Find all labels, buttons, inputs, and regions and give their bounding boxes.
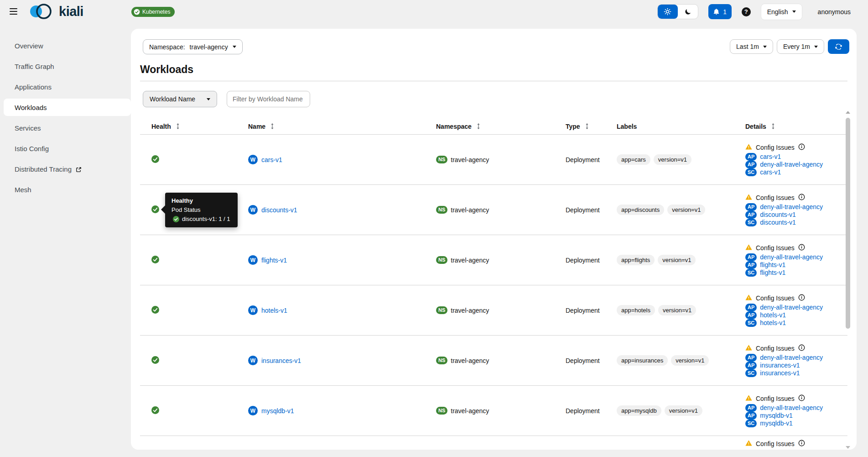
istio-object-badge: SC	[745, 369, 757, 377]
filter-input[interactable]	[227, 91, 310, 107]
workload-link[interactable]: flights-v1	[261, 257, 287, 264]
namespace-badge: NS	[436, 306, 447, 314]
istio-object-link[interactable]: deny-all-travel-agency	[760, 253, 823, 261]
warning-icon	[745, 244, 752, 252]
healthy-icon[interactable]	[151, 256, 159, 265]
labels-cell: app=mysqldbversion=v1	[617, 405, 745, 416]
type-cell: Deployment	[566, 257, 617, 264]
istio-object-link[interactable]: deny-all-travel-agency	[760, 304, 823, 311]
column-header-namespace[interactable]: Namespace	[436, 123, 566, 130]
sidebar-item-distributed-tracing[interactable]: Distributed Tracing	[4, 160, 131, 178]
sidebar-item-applications[interactable]: Applications	[4, 78, 131, 95]
healthy-icon[interactable]	[151, 406, 159, 415]
warning-icon	[745, 294, 752, 302]
column-header-label: Namespace	[436, 123, 472, 130]
time-range-select[interactable]: Last 1m	[730, 39, 773, 54]
info-icon[interactable]	[798, 440, 805, 448]
istio-object-link[interactable]: hotels-v1	[760, 311, 786, 319]
detail-line: SCmysqldb-v1	[745, 420, 823, 427]
refresh-interval-select[interactable]: Every 1m	[777, 39, 824, 54]
warning-icon	[745, 344, 752, 352]
column-header-name[interactable]: Name	[248, 123, 436, 130]
hamburger-menu-icon[interactable]	[10, 8, 17, 15]
type-cell: Deployment	[566, 407, 617, 415]
workload-link[interactable]: insurances-v1	[261, 357, 301, 364]
help-button[interactable]: ?	[742, 7, 751, 16]
column-header-type[interactable]: Type	[566, 123, 617, 130]
istio-object-link[interactable]: discounts-v1	[760, 211, 796, 218]
sidebar-item-workloads[interactable]: Workloads	[4, 99, 131, 116]
workload-link[interactable]: discounts-v1	[261, 206, 297, 214]
column-header-health[interactable]: Health	[140, 123, 248, 130]
chevron-down-icon	[233, 46, 236, 48]
namespace-badge: NS	[436, 256, 447, 264]
istio-object-link[interactable]: deny-all-travel-agency	[760, 161, 823, 168]
sort-icon[interactable]	[771, 123, 775, 129]
istio-object-link[interactable]: flights-v1	[760, 261, 785, 268]
details-links: APcars-v1APdeny-all-travel-agencySCcars-…	[745, 153, 823, 176]
info-icon[interactable]	[798, 344, 805, 352]
workload-link[interactable]: cars-v1	[261, 156, 282, 163]
detail-line: APdeny-all-travel-agency	[745, 253, 823, 261]
istio-object-link[interactable]: mysqldb-v1	[760, 412, 793, 419]
refresh-button[interactable]	[828, 39, 849, 54]
chevron-down-icon	[814, 46, 818, 48]
istio-object-badge: AP	[745, 404, 757, 412]
workload-badge: W	[248, 155, 258, 164]
info-icon[interactable]	[798, 394, 805, 403]
dark-theme-button[interactable]	[678, 5, 698, 19]
filter-field-select[interactable]: Workload Name	[143, 91, 217, 107]
scroll-down-arrow-icon[interactable]	[846, 446, 850, 449]
time-controls: Last 1m Every 1m	[730, 39, 849, 54]
sort-icon[interactable]	[176, 123, 180, 129]
scrollbar-thumb[interactable]	[846, 118, 850, 329]
istio-object-link[interactable]: deny-all-travel-agency	[760, 404, 823, 411]
istio-object-link[interactable]: cars-v1	[760, 153, 781, 160]
istio-object-link[interactable]: mysqldb-v1	[760, 420, 793, 427]
istio-object-link[interactable]: insurances-v1	[760, 362, 800, 369]
label-pill: version=v1	[665, 405, 702, 416]
sort-icon[interactable]	[270, 123, 274, 129]
language-select[interactable]: English	[761, 4, 802, 20]
scroll-up-arrow-icon[interactable]	[846, 111, 850, 114]
istio-object-link[interactable]: deny-all-travel-agency	[760, 203, 823, 210]
column-header-details[interactable]: Details	[745, 123, 847, 130]
healthy-icon[interactable]	[151, 356, 159, 365]
name-cell: W flights-v1	[248, 255, 436, 265]
light-theme-button[interactable]	[658, 5, 678, 19]
vertical-scrollbar[interactable]	[845, 111, 851, 449]
namespace-badge: NS	[436, 357, 447, 364]
workload-link[interactable]: mysqldb-v1	[261, 407, 294, 415]
sort-icon[interactable]	[585, 123, 589, 129]
healthy-icon[interactable]	[151, 205, 159, 215]
sidebar-item-mesh[interactable]: Mesh	[4, 181, 131, 198]
column-header-labels[interactable]: Labels	[617, 123, 745, 130]
info-icon[interactable]	[798, 244, 805, 252]
sidebar-item-label: Traffic Graph	[15, 63, 54, 70]
info-icon[interactable]	[798, 294, 805, 302]
details-links: APdeny-all-travel-agencyAPflights-v1SCfl…	[745, 253, 823, 277]
namespace-select[interactable]: Namespace: travel-agency	[143, 39, 243, 54]
namespace-badge: NS	[436, 156, 447, 163]
sidebar-item-istio-config[interactable]: Istio Config	[4, 140, 131, 157]
workload-link[interactable]: hotels-v1	[261, 307, 287, 314]
app-header: kiali Kubernetes 1 ?	[0, 0, 868, 23]
istio-object-link[interactable]: deny-all-travel-agency	[760, 354, 823, 361]
sidebar-item-overview[interactable]: Overview	[4, 37, 131, 54]
healthy-icon[interactable]	[151, 155, 159, 164]
sidebar-item-traffic-graph[interactable]: Traffic Graph	[4, 58, 131, 75]
istio-object-link[interactable]: cars-v1	[760, 168, 781, 176]
sort-icon[interactable]	[477, 123, 480, 129]
tooltip-subtitle: Pod Status	[172, 206, 230, 213]
healthy-icon[interactable]	[151, 306, 159, 315]
istio-object-link[interactable]: flights-v1	[760, 269, 785, 276]
istio-object-link[interactable]: insurances-v1	[760, 369, 800, 377]
info-icon[interactable]	[798, 194, 805, 202]
info-icon[interactable]	[798, 143, 805, 152]
notifications-button[interactable]: 1	[708, 4, 732, 19]
istio-object-link[interactable]: discounts-v1	[760, 219, 796, 226]
istio-object-link[interactable]: hotels-v1	[760, 319, 786, 326]
sidebar-item-services[interactable]: Services	[4, 119, 131, 137]
details-links: APdeny-all-travel-agencyAPinsurances-v1S…	[745, 354, 823, 377]
type-cell: Deployment	[566, 307, 617, 314]
